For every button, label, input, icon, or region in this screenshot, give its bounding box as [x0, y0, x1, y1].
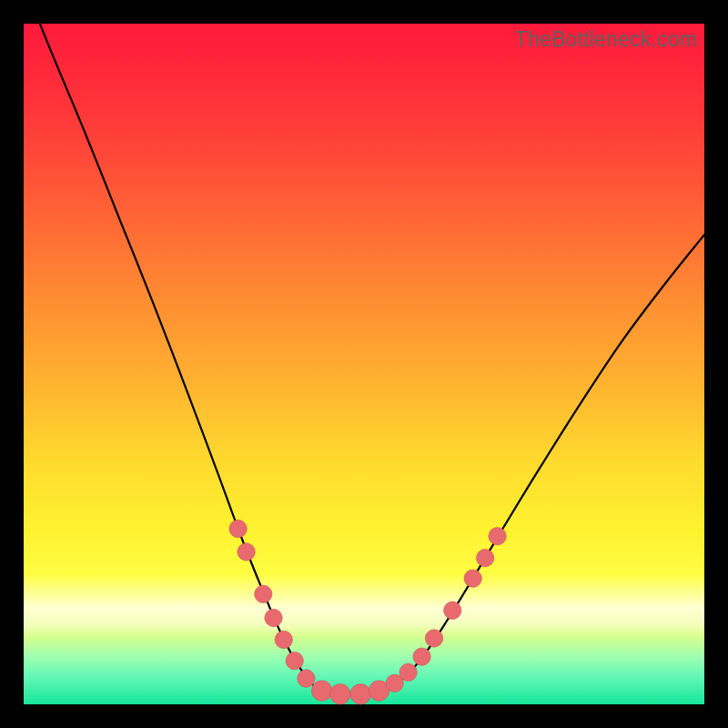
bead-marker [330, 684, 350, 704]
bead-marker [444, 602, 461, 619]
bead-group [229, 520, 506, 704]
bead-marker [286, 652, 303, 669]
bead-marker [476, 549, 493, 566]
bead-marker [265, 609, 282, 626]
bead-marker [255, 585, 272, 602]
bead-marker [489, 528, 506, 545]
bead-marker [464, 570, 481, 587]
app-frame: TheBottleneck.com [0, 0, 728, 728]
bead-marker [399, 663, 417, 681]
bead-marker [238, 543, 255, 561]
bottleneck-curve [24, 0, 704, 695]
bead-marker [413, 648, 430, 665]
plot-area: TheBottleneck.com [24, 24, 704, 704]
bead-marker [229, 520, 247, 537]
curve-layer [24, 24, 704, 704]
bead-marker [311, 681, 331, 701]
bead-marker [350, 684, 370, 704]
bead-marker [425, 630, 442, 647]
bead-marker [298, 670, 315, 687]
bead-marker [275, 631, 292, 648]
